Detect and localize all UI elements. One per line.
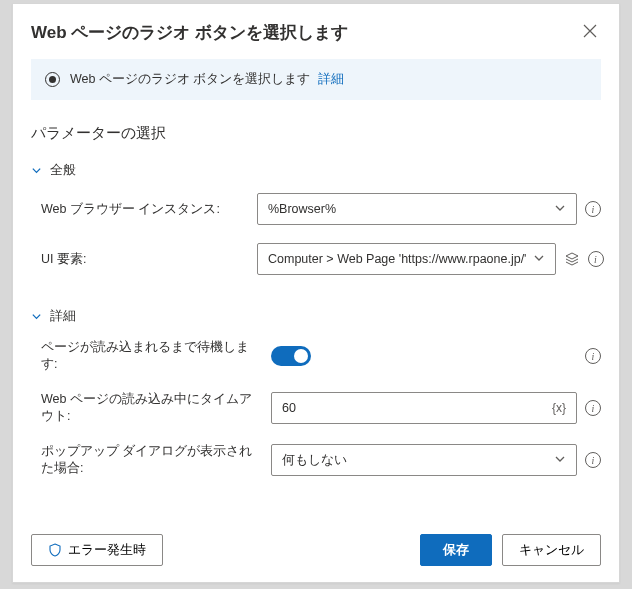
timeout-value: 60: [282, 401, 296, 415]
dialog-title: Web ページのラジオ ボタンを選択します: [31, 21, 348, 44]
layers-icon[interactable]: [564, 251, 580, 267]
on-error-button[interactable]: エラー発生時: [31, 534, 163, 566]
chevron-down-icon: [533, 252, 545, 267]
info-icon[interactable]: i: [585, 348, 601, 364]
timeout-input[interactable]: 60 {x}: [271, 392, 577, 424]
info-icon[interactable]: i: [585, 400, 601, 416]
shield-icon: [48, 543, 62, 557]
info-icon[interactable]: i: [585, 201, 601, 217]
info-icon[interactable]: i: [588, 251, 604, 267]
cancel-button[interactable]: キャンセル: [502, 534, 601, 566]
advanced-section-header[interactable]: 詳細: [31, 307, 601, 325]
dialog-footer: エラー発生時 保存 キャンセル: [13, 518, 619, 582]
general-label: 全般: [50, 161, 76, 179]
chevron-down-icon: [31, 311, 42, 322]
wait-load-toggle[interactable]: [271, 346, 311, 366]
variable-token[interactable]: {x}: [552, 401, 566, 415]
chevron-down-icon: [554, 202, 566, 217]
on-error-label: エラー発生時: [68, 541, 146, 559]
timeout-label: Web ページの読み込み中にタイムアウト:: [31, 391, 261, 425]
general-section-header[interactable]: 全般: [31, 161, 601, 179]
popup-label: ポップアップ ダイアログが表示された場合:: [31, 443, 261, 477]
chevron-down-icon: [31, 165, 42, 176]
row-popup: ポップアップ ダイアログが表示された場合: 何もしない i: [31, 443, 601, 477]
browser-instance-label: Web ブラウザー インスタンス:: [31, 201, 247, 218]
ui-element-label: UI 要素:: [31, 251, 247, 268]
ui-element-value: Computer > Web Page 'https://www.rpaone.…: [268, 252, 527, 266]
browser-instance-select[interactable]: %Browser%: [257, 193, 577, 225]
browser-instance-value: %Browser%: [268, 202, 336, 216]
info-banner: Web ページのラジオ ボタンを選択します 詳細: [31, 59, 601, 100]
content-area: パラメーターの選択 全般 Web ブラウザー インスタンス: %Browser%…: [13, 100, 619, 518]
save-button[interactable]: 保存: [420, 534, 492, 566]
chevron-down-icon: [554, 453, 566, 468]
banner-text-label: Web ページのラジオ ボタンを選択します: [70, 72, 310, 86]
ui-element-select[interactable]: Computer > Web Page 'https://www.rpaone.…: [257, 243, 556, 275]
details-link[interactable]: 詳細: [318, 72, 344, 86]
row-wait-load: ページが読み込まれるまで待機します: i: [31, 339, 601, 373]
radio-icon: [45, 72, 60, 87]
cancel-label: キャンセル: [519, 541, 584, 559]
info-icon[interactable]: i: [585, 452, 601, 468]
banner-text: Web ページのラジオ ボタンを選択します 詳細: [70, 71, 344, 88]
popup-value: 何もしない: [282, 452, 347, 469]
close-icon: [583, 24, 597, 38]
titlebar: Web ページのラジオ ボタンを選択します: [13, 4, 619, 59]
wait-load-label: ページが読み込まれるまで待機します:: [31, 339, 261, 373]
popup-select[interactable]: 何もしない: [271, 444, 577, 476]
row-browser-instance: Web ブラウザー インスタンス: %Browser% i: [31, 193, 601, 225]
action-dialog: Web ページのラジオ ボタンを選択します Web ページのラジオ ボタンを選択…: [12, 3, 620, 583]
close-button[interactable]: [579, 20, 601, 45]
row-timeout: Web ページの読み込み中にタイムアウト: 60 {x} i: [31, 391, 601, 425]
params-section-title: パラメーターの選択: [31, 124, 601, 143]
row-ui-element: UI 要素: Computer > Web Page 'https://www.…: [31, 243, 601, 275]
advanced-label: 詳細: [50, 307, 76, 325]
save-label: 保存: [443, 541, 469, 559]
